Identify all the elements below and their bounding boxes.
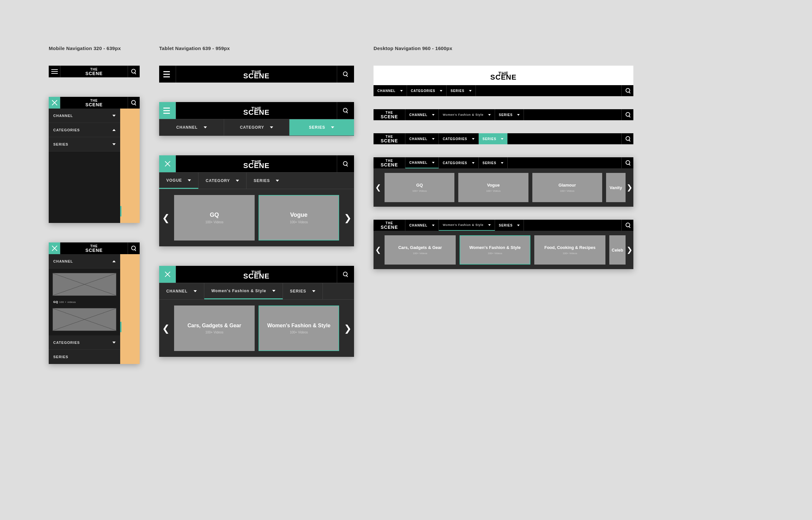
nav-series[interactable]: SERIES — [479, 157, 508, 168]
close-button[interactable] — [159, 155, 176, 172]
nav-series[interactable]: SERIES — [495, 109, 524, 120]
nav-womens-fashion-active[interactable]: Women's Fashion & Style — [439, 220, 495, 231]
hamburger-button[interactable] — [159, 66, 176, 82]
card-glamour[interactable]: Glamour100+ Videos — [532, 173, 602, 202]
brand-logo[interactable]: THESCENE — [60, 66, 128, 77]
card-gq[interactable]: GQ100+ Videos — [385, 173, 454, 202]
card-vanity[interactable]: Vanity — [606, 173, 625, 202]
carousel-next[interactable]: ❯ — [625, 235, 633, 264]
chevron-down-icon — [517, 114, 520, 116]
wireframe-thumb[interactable] — [53, 273, 116, 296]
card-vogue[interactable]: Vogue100+ Videos — [458, 173, 528, 202]
content-backdrop — [120, 108, 140, 223]
card-cars-gadgets[interactable]: Cars, Gadgets & Gear 100+ Videos — [174, 306, 255, 351]
chevron-down-icon — [112, 143, 116, 145]
scroll-indicator — [120, 322, 121, 332]
sidebar-item-channel[interactable]: CHANNEL — [49, 108, 120, 123]
brand-logo[interactable]: THESCENE — [373, 133, 405, 144]
search-button[interactable] — [128, 97, 140, 108]
brand-logo[interactable]: THESCENE — [373, 220, 405, 231]
nav-series[interactable]: SERIES — [495, 220, 524, 231]
tab-channel[interactable]: CHANNEL — [159, 283, 204, 299]
search-button[interactable] — [622, 220, 633, 231]
search-button[interactable] — [337, 102, 354, 119]
brand-logo[interactable]: THESCENE — [176, 102, 337, 119]
nav-channel[interactable]: CHANNEL — [373, 85, 407, 96]
search-button[interactable] — [128, 242, 140, 254]
carousel-prev[interactable]: ❮ — [373, 235, 383, 264]
search-button[interactable] — [622, 157, 633, 168]
card-food-cooking[interactable]: Food, Cooking & Recipes100+ Videos — [534, 235, 606, 264]
search-icon — [131, 69, 136, 74]
search-button[interactable] — [622, 109, 633, 120]
chevron-down-icon — [270, 126, 273, 128]
close-button[interactable] — [49, 242, 60, 254]
wireframe-label: GQ 100 + videos — [49, 299, 120, 305]
brand-logo[interactable]: THESCENE — [373, 157, 405, 168]
desktop-hero-nav: THESCENE CHANNEL CATEGORIES SERIES — [373, 66, 633, 96]
chevron-down-icon — [501, 162, 503, 164]
chevron-down-icon — [472, 138, 475, 140]
brand-logo[interactable]: THESCENE — [176, 266, 337, 283]
tab-womens-fashion[interactable]: Women's Fashion & Style — [204, 283, 283, 299]
nav-categories[interactable]: CATEGORIES — [439, 157, 478, 168]
sidebar-item-categories[interactable]: CATEGORIES — [49, 123, 120, 137]
wireframe-thumb[interactable] — [53, 308, 116, 331]
brand-logo[interactable]: THESCENE — [176, 66, 337, 82]
carousel-next[interactable]: ❯ — [341, 306, 354, 351]
nav-channel-active[interactable]: CHANNEL — [405, 157, 439, 168]
search-button[interactable] — [622, 133, 633, 144]
close-button[interactable] — [49, 97, 60, 108]
search-button[interactable] — [337, 66, 354, 82]
search-icon — [625, 112, 629, 117]
card-womens-fashion[interactable]: Women's Fashion & Style100+ Videos — [459, 235, 531, 264]
card-womens-fashion[interactable]: Women's Fashion & Style 100+ Videos — [258, 306, 339, 351]
search-icon — [625, 88, 629, 93]
sidebar-item-series[interactable]: SERIES — [49, 350, 120, 364]
search-button[interactable] — [337, 266, 354, 283]
search-button[interactable] — [337, 155, 354, 172]
close-button[interactable] — [159, 102, 176, 119]
tab-category[interactable]: CATEGORY — [198, 173, 247, 189]
tab-series[interactable]: SERIES — [283, 283, 323, 299]
search-button[interactable] — [622, 85, 633, 96]
tab-series[interactable]: SERIES — [289, 119, 354, 135]
nav-channel[interactable]: CHANNEL — [405, 133, 439, 144]
carousel-next[interactable]: ❯ — [341, 195, 354, 240]
tab-series[interactable]: SERIES — [247, 173, 286, 189]
brand-logo[interactable]: THESCENE — [176, 155, 337, 172]
chevron-down-icon — [272, 290, 275, 292]
nav-channel[interactable]: CHANNEL — [405, 220, 439, 231]
sidebar-item-channel[interactable]: CHANNEL — [49, 254, 120, 268]
card-gq[interactable]: GQ 100+ Videos — [174, 195, 255, 240]
brand-hero[interactable]: THESCENE — [373, 66, 633, 85]
nav-series[interactable]: SERIES — [447, 85, 476, 96]
brand-logo[interactable]: THESCENE — [60, 242, 128, 254]
brand-logo[interactable]: THESCENE — [373, 109, 405, 120]
tab-category[interactable]: CATEGORY — [224, 119, 289, 135]
nav-channel[interactable]: CHANNEL — [405, 109, 439, 120]
chevron-down-icon — [432, 138, 435, 140]
card-cars-gadgets[interactable]: Cars, Gadgets & Gear100+ Videos — [385, 235, 456, 264]
tab-channel[interactable]: CHANNEL — [159, 119, 224, 135]
tab-vogue[interactable]: VOGUE — [159, 173, 198, 189]
sidebar-item-categories[interactable]: CATEGORIES — [49, 335, 120, 350]
chevron-down-icon — [501, 138, 503, 140]
card-vogue[interactable]: Vogue 100+ Videos — [258, 195, 339, 240]
search-button[interactable] — [128, 66, 140, 77]
search-icon — [131, 246, 136, 251]
sidebar-item-series[interactable]: SERIES — [49, 137, 120, 152]
close-button[interactable] — [159, 266, 176, 283]
carousel-prev[interactable]: ❮ — [159, 195, 172, 240]
hamburger-button[interactable] — [49, 66, 60, 77]
nav-womens-fashion[interactable]: Women's Fashion & Style — [439, 109, 495, 120]
carousel-prev[interactable]: ❮ — [159, 306, 172, 351]
nav-categories[interactable]: CATEGORIES — [439, 133, 478, 144]
nav-series-active[interactable]: SERIES — [479, 133, 508, 144]
carousel-next[interactable]: ❯ — [625, 173, 633, 202]
brand-logo[interactable]: THESCENE — [60, 97, 128, 108]
card-celeb[interactable]: Celeb — [609, 235, 625, 264]
carousel-prev[interactable]: ❮ — [373, 173, 383, 202]
tablet-channel-carousel: THESCENE VOGUE CATEGORY SERIES — [159, 155, 354, 246]
nav-categories[interactable]: CATEGORIES — [407, 85, 447, 96]
